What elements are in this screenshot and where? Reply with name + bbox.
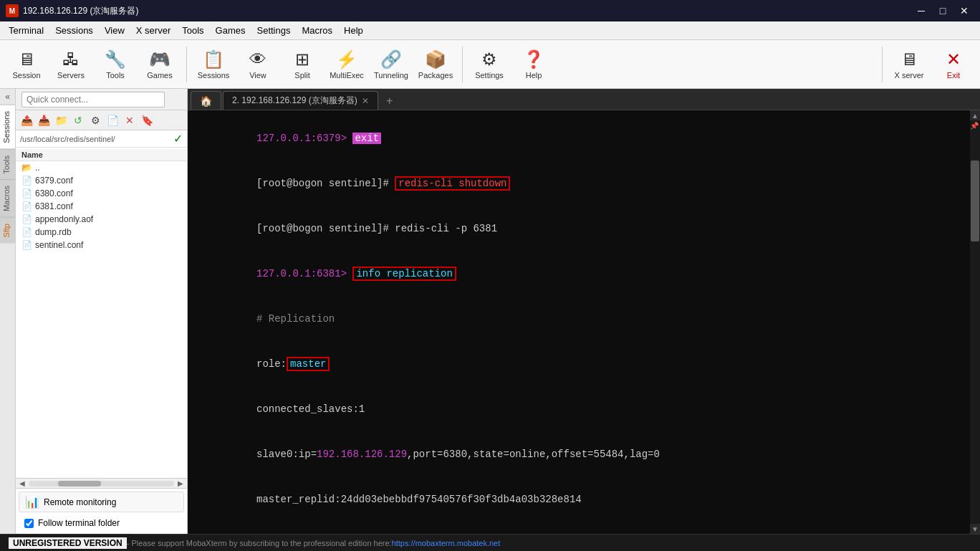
terminal-line-7: connected_slaves:1: [196, 387, 961, 432]
toolbar-packages[interactable]: 📦 Packages: [415, 44, 456, 85]
sidebar-tab-macros[interactable]: Macros: [0, 179, 15, 217]
toolbar-view-label: View: [249, 71, 266, 80]
toolbar-separator-1: [186, 47, 187, 82]
menu-terminal[interactable]: Terminal: [3, 24, 49, 37]
toolbar-session[interactable]: 🖥 Session: [6, 44, 47, 85]
tunneling-icon: 🔗: [380, 49, 402, 70]
toolbar-servers-label: Servers: [57, 71, 85, 80]
toolbar-tools[interactable]: 🔧 Tools: [95, 44, 136, 85]
sidebar-collapse-button[interactable]: «: [0, 89, 15, 105]
terminal-line-5: # Replication: [196, 297, 961, 342]
fp-delete-button[interactable]: ✕: [122, 112, 138, 128]
sidebar-tab-sftp[interactable]: Sftp: [0, 217, 15, 244]
scroll-thumb: [58, 481, 102, 487]
terminal-line-1: 127.0.0.1:6379> exit: [196, 116, 961, 161]
toolbar-view[interactable]: 👁 View: [237, 44, 279, 85]
tab-add-button[interactable]: +: [381, 92, 398, 110]
quick-connect-bar: [16, 89, 187, 110]
scroll-pin-icon[interactable]: 📌: [970, 122, 979, 130]
sessions-icon: 📋: [203, 49, 224, 70]
tree-item-sentinelconf[interactable]: 📄 sentinel.conf: [16, 239, 187, 251]
scroll-left-button[interactable]: ◀: [17, 479, 27, 487]
fp-mkdir-button[interactable]: 📁: [53, 112, 69, 128]
tree-item-label: 6380.conf: [35, 188, 73, 198]
scroll-track[interactable]: [29, 481, 174, 487]
toolbar-multiexec[interactable]: ⚡ MultiExec: [326, 44, 368, 85]
scroll-vertical-track[interactable]: 📌: [970, 120, 980, 524]
sidebar-tabs: « Sessions Tools Macros Sftp: [0, 89, 16, 534]
tab-close-button[interactable]: ✕: [362, 96, 369, 106]
fp-refresh-button[interactable]: ↺: [70, 112, 86, 128]
file-panel-toolbar: 📤 📥 📁 ↺ ⚙ 📄 ✕ 🔖: [16, 110, 187, 130]
toolbar-xserver[interactable]: 🖥 X server: [888, 44, 930, 85]
toolbar-tunneling[interactable]: 🔗 Tunneling: [370, 44, 412, 85]
toolbar-games-label: Games: [147, 71, 172, 80]
menu-help[interactable]: Help: [338, 24, 369, 37]
games-icon: 🎮: [149, 49, 170, 70]
close-button[interactable]: ✕: [954, 4, 974, 18]
menu-macros[interactable]: Macros: [296, 24, 338, 37]
file-icon: 📄: [21, 214, 32, 224]
scroll-down-button[interactable]: ▼: [970, 524, 980, 534]
terminal-line-3: [root@bogon sentinel]# redis-cli -p 6381: [196, 206, 961, 251]
settings-icon: ⚙: [481, 49, 497, 70]
tree-item-6379conf[interactable]: 📄 6379.conf: [16, 174, 187, 187]
session-icon: 🖥: [18, 49, 35, 70]
toolbar-tools-label: Tools: [106, 71, 125, 80]
fp-upload-button[interactable]: 📤: [19, 112, 34, 128]
menu-xserver[interactable]: X server: [130, 24, 176, 37]
folder-icon: 📂: [21, 163, 32, 173]
fp-settings-button[interactable]: ⚙: [87, 112, 103, 128]
terminal-line-4: 127.0.0.1:6381> info replication: [196, 251, 961, 297]
app-icon: M: [6, 4, 19, 17]
tools-icon: 🔧: [105, 49, 126, 70]
current-path: /usr/local/src/redis/sentinel/: [20, 135, 173, 143]
scroll-right-button[interactable]: ▶: [176, 479, 186, 487]
terminal-content[interactable]: 127.0.0.1:6379> exit [root@bogon sentine…: [188, 110, 970, 534]
fp-new-file-button[interactable]: 📄: [105, 112, 120, 128]
follow-folder-text: Follow terminal folder: [38, 518, 120, 528]
file-icon: 📄: [21, 176, 32, 186]
tree-item-label: dump.rdb: [35, 227, 72, 237]
status-text: - Please support MobaXterm by subscribin…: [127, 539, 392, 547]
toolbar-multiexec-label: MultiExec: [330, 71, 364, 80]
terminal-tab-home[interactable]: 🏠: [191, 91, 221, 110]
tree-item-appendonly[interactable]: 📄 appendonly.aof: [16, 213, 187, 226]
menu-games[interactable]: Games: [210, 24, 251, 37]
tree-item-dumprdb[interactable]: 📄 dump.rdb: [16, 226, 187, 239]
toolbar-exit[interactable]: ✕ Exit: [933, 44, 974, 85]
toolbar-settings[interactable]: ⚙ Settings: [469, 44, 510, 85]
toolbar-help[interactable]: ❓ Help: [513, 44, 554, 85]
follow-folder-checkbox[interactable]: [24, 519, 34, 528]
minimize-button[interactable]: ─: [911, 4, 931, 18]
scroll-up-button[interactable]: ▲: [970, 110, 980, 120]
fp-download-button[interactable]: 📥: [36, 112, 52, 128]
tree-item-dotdot[interactable]: 📂 ..: [16, 161, 187, 174]
toolbar-separator-3: [882, 47, 883, 82]
horizontal-scrollbar: ◀ ▶: [16, 478, 187, 488]
fp-tag-button[interactable]: 🔖: [139, 112, 155, 128]
tree-item-label: sentinel.conf: [35, 240, 83, 250]
toolbar-games[interactable]: 🎮 Games: [139, 44, 181, 85]
status-link[interactable]: https://mobaxterm.mobatek.net: [392, 539, 501, 547]
menu-view[interactable]: View: [99, 24, 130, 37]
menu-sessions[interactable]: Sessions: [49, 24, 99, 37]
terminal-tab-active[interactable]: 2. 192.168.126.129 (京淘服务器) ✕: [223, 91, 378, 110]
toolbar-settings-label: Settings: [475, 71, 504, 80]
menu-settings[interactable]: Settings: [251, 24, 297, 37]
statusbar: UNREGISTERED VERSION - Please support Mo…: [0, 534, 980, 551]
terminal-line-6: role:master: [196, 342, 961, 387]
menu-tools[interactable]: Tools: [176, 24, 209, 37]
toolbar-sessions[interactable]: 📋 Sessions: [193, 44, 234, 85]
toolbar-split[interactable]: ⊞ Split: [282, 44, 323, 85]
sidebar-tab-tools[interactable]: Tools: [0, 149, 15, 180]
quick-connect-input[interactable]: [21, 92, 165, 107]
toolbar-servers[interactable]: 🖧 Servers: [50, 44, 92, 85]
tree-item-6381conf[interactable]: 📄 6381.conf: [16, 200, 187, 213]
tree-item-6380conf[interactable]: 📄 6380.conf: [16, 187, 187, 200]
maximize-button[interactable]: □: [933, 4, 953, 18]
remote-monitor-button[interactable]: 📊 Remote monitoring: [19, 492, 184, 512]
file-tree: Name 📂 .. 📄 6379.conf 📄 6380.conf 📄 6381…: [16, 148, 187, 478]
sidebar-tab-sessions[interactable]: Sessions: [0, 105, 15, 149]
view-icon: 👁: [249, 49, 266, 70]
